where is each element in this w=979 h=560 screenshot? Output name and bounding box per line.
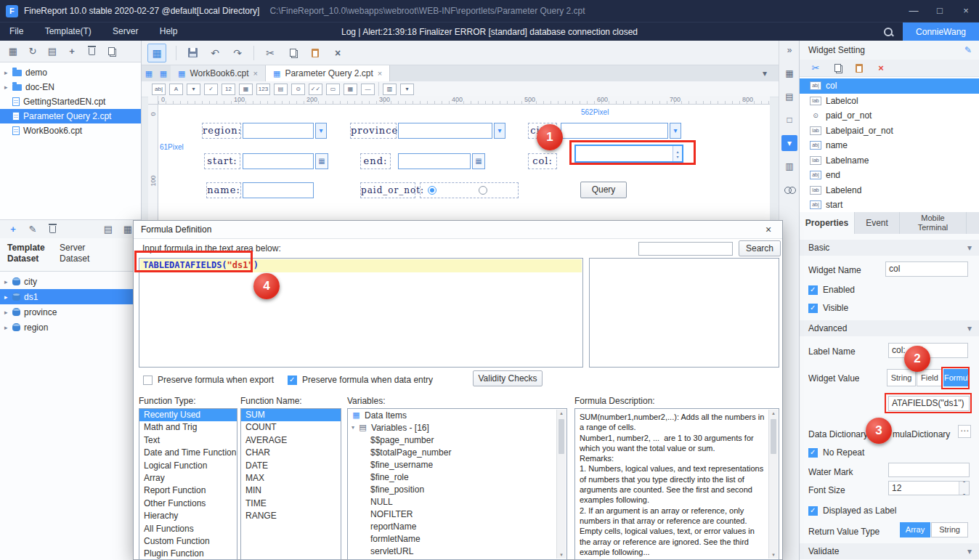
tab-template-dataset[interactable]: Template Dataset xyxy=(0,238,52,271)
tree-expand-icon[interactable] xyxy=(4,309,12,316)
preserve-export-option[interactable]: Preserve formula when export xyxy=(143,375,274,385)
variables-root-item[interactable]: Data Items xyxy=(348,409,566,421)
cut-widget-icon[interactable] xyxy=(810,62,821,74)
menu-server[interactable]: Server xyxy=(103,23,147,41)
col-spinner[interactable] xyxy=(673,146,682,161)
tab-workbook6[interactable]: WorkBook6.cpt xyxy=(171,65,266,81)
tab-mobile-terminal[interactable]: Mobile Terminal xyxy=(900,212,967,234)
file-tree-item-parameter-query-2[interactable]: Parameter Query 2.cpt xyxy=(0,109,141,123)
digits-widget-icon[interactable] xyxy=(256,84,270,95)
delete-icon[interactable] xyxy=(331,46,344,60)
widget-setting-panel-icon[interactable] xyxy=(781,135,797,151)
paid-or-not-label-widget[interactable]: paid_or_not: xyxy=(360,182,415,198)
variable-item[interactable]: $fine_role xyxy=(348,471,566,483)
function-type-item[interactable]: Logical Function xyxy=(139,460,237,472)
edit-dataset-icon[interactable] xyxy=(27,224,38,235)
variables-tree[interactable]: Data Items Variables - [16] $$page_numbe… xyxy=(347,408,567,560)
function-type-item[interactable]: Hierachy xyxy=(139,510,237,522)
region-dropdown-icon[interactable] xyxy=(315,123,327,139)
file-tree-item-workbook6[interactable]: WorkBook6.cpt xyxy=(0,123,141,138)
data-dictionary-value[interactable]: mulaDictionary xyxy=(893,427,950,442)
tree-expand-icon[interactable] xyxy=(4,324,12,331)
variable-item[interactable]: NULL xyxy=(348,495,566,508)
new-template-icon[interactable] xyxy=(7,46,19,57)
copy-widget-icon[interactable] xyxy=(832,62,843,74)
chart-widget-icon[interactable] xyxy=(383,84,397,95)
widget-tree-item[interactable]: start xyxy=(800,198,979,212)
widget-tree-item[interactable]: Labelname xyxy=(800,153,979,169)
textfield-widget-icon[interactable] xyxy=(152,84,166,95)
name-input-widget[interactable] xyxy=(243,182,314,198)
menu-file[interactable]: File xyxy=(0,23,33,41)
save-icon[interactable] xyxy=(186,46,199,60)
variables-scrollbar[interactable] xyxy=(556,410,566,559)
preserve-entry-option[interactable]: Preserve formula when data entry xyxy=(288,375,433,385)
more-widgets-icon[interactable] xyxy=(400,84,414,95)
start-calendar-icon[interactable] xyxy=(315,153,328,169)
variables-group-item[interactable]: Variables - [16] xyxy=(348,421,566,434)
function-search-input[interactable] xyxy=(638,242,733,256)
visible-checkbox[interactable] xyxy=(808,304,818,313)
city-dropdown-icon[interactable] xyxy=(670,123,681,139)
formula-editor[interactable]: TABLEDATAFIELDS("ds1") xyxy=(139,258,583,368)
tree-expand-icon[interactable] xyxy=(4,84,12,91)
visible-option[interactable]: Visible xyxy=(808,303,848,313)
tree-expand-icon[interactable] xyxy=(4,69,12,76)
variable-item[interactable]: $$totalPage_number xyxy=(348,446,566,458)
minimize-button[interactable] xyxy=(901,0,927,22)
function-type-item[interactable]: Array xyxy=(139,472,237,484)
menu-help[interactable]: Help xyxy=(150,23,187,41)
variable-item[interactable]: $fine_position xyxy=(348,483,566,495)
function-type-item[interactable]: Custom Function xyxy=(139,535,237,548)
return-type-array-button[interactable]: Array xyxy=(900,522,930,537)
file-tree-item-gettingstarted[interactable]: GettingStartedEN.cpt xyxy=(0,94,141,109)
water-mark-input[interactable] xyxy=(888,463,970,477)
tab-event[interactable]: Event xyxy=(855,212,900,234)
radiogroup-widget-icon[interactable] xyxy=(291,84,305,95)
variable-item[interactable]: reportName xyxy=(348,520,566,532)
function-name-list[interactable]: SUM COUNT AVERAGE CHAR DATE MAX MIN TIME… xyxy=(240,408,341,560)
tab-list-icon[interactable] xyxy=(763,65,767,81)
components-panel-icon[interactable] xyxy=(781,65,797,81)
radio-option-selected[interactable] xyxy=(428,186,436,195)
return-type-string-button[interactable]: String xyxy=(931,522,968,537)
widget-tree-item[interactable]: Labelend xyxy=(800,183,979,198)
function-name-item[interactable]: DATE xyxy=(241,460,341,472)
undo-icon[interactable] xyxy=(208,46,222,60)
cut-icon[interactable] xyxy=(264,46,277,60)
menu-template[interactable]: Template(T) xyxy=(36,23,101,41)
view-mode-icon[interactable] xyxy=(46,46,58,57)
variable-item[interactable]: servletURL xyxy=(348,545,566,557)
city-input-widget[interactable] xyxy=(561,123,668,139)
function-type-item[interactable]: Recently Used xyxy=(139,409,237,421)
function-type-item[interactable]: Other Functions xyxy=(139,498,237,510)
section-basic[interactable]: Basic xyxy=(800,240,979,256)
end-input-widget[interactable] xyxy=(398,153,471,169)
line-widget-icon[interactable] xyxy=(361,84,375,95)
scroll-up-icon[interactable] xyxy=(769,410,778,416)
tree-collapse-icon[interactable] xyxy=(352,424,354,431)
frame-panel-icon[interactable] xyxy=(781,112,797,128)
add-dataset-icon[interactable] xyxy=(7,224,19,235)
variable-item[interactable]: formletName xyxy=(348,532,566,545)
col-label-widget[interactable]: col: xyxy=(528,153,557,169)
variable-item[interactable]: serverSchema xyxy=(348,557,566,560)
delete-template-icon[interactable] xyxy=(86,46,97,57)
start-input-widget[interactable] xyxy=(243,153,314,169)
variable-item[interactable]: $fine_username xyxy=(348,458,566,471)
region-input-widget[interactable] xyxy=(243,123,314,139)
value-type-formula-button[interactable]: Formula xyxy=(943,369,969,386)
dataset-search-icon[interactable] xyxy=(122,224,134,235)
install-plugin-icon[interactable] xyxy=(66,46,78,57)
paste-icon[interactable] xyxy=(309,46,322,60)
grid-widget-icon[interactable] xyxy=(344,84,357,95)
log-alert-text[interactable]: Log | Alert:21:39:18 Finalizer ERROR [st… xyxy=(341,23,638,41)
preserve-export-checkbox[interactable] xyxy=(143,376,153,385)
province-label-widget[interactable]: province: xyxy=(350,123,397,139)
tree-expand-icon[interactable] xyxy=(4,293,12,301)
section-validate[interactable]: Validate xyxy=(800,543,979,559)
scroll-up-icon[interactable] xyxy=(557,410,566,416)
layers-panel-icon[interactable] xyxy=(781,158,797,174)
edit-pencil-icon[interactable] xyxy=(964,41,972,60)
function-name-item[interactable]: CHAR xyxy=(241,447,341,459)
